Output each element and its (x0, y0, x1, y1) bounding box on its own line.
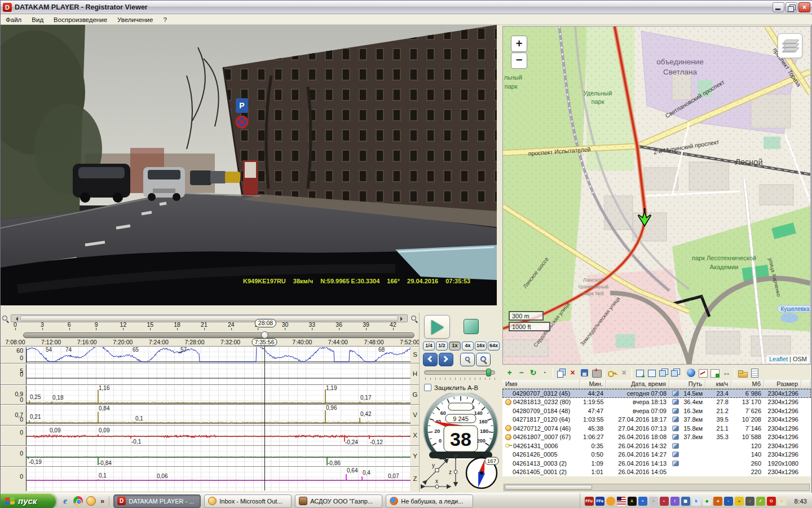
ring-icon[interactable]: ○ (649, 497, 658, 506)
column-header-3[interactable]: Путь (669, 380, 705, 388)
speed-1-2-button[interactable]: 1/2 (436, 341, 448, 351)
minimize-button[interactable] (773, 2, 784, 12)
select-copy-button[interactable] (670, 367, 681, 378)
timeline-zoom-in-icon[interactable] (411, 316, 416, 321)
dashcam-video[interactable]: P K949KE197RU 38км/ч N:59.9965 E:30.3304… (1, 25, 497, 305)
prev-file-button[interactable] (423, 353, 438, 366)
file-row-8[interactable]: 04261413_0003 (2)1:0926.04.2016 14:13260… (502, 459, 811, 468)
language-flag-icon[interactable] (617, 497, 626, 506)
delete-button[interactable]: × (567, 367, 578, 378)
graph-band-x[interactable]: 00,090,09-0,1-0,24-0,12X (1, 425, 419, 445)
select-multi-button[interactable] (658, 367, 669, 378)
speaker2-icon[interactable]: ○ (745, 497, 754, 506)
device-icon[interactable]: ▪ (660, 497, 669, 506)
graph-plot-Y[interactable] (26, 446, 410, 467)
loop-ab-checkbox[interactable] (424, 384, 431, 391)
next-file-button[interactable] (439, 353, 453, 366)
graph-zoom-in-button[interactable] (476, 353, 491, 366)
remove-button[interactable]: − (516, 367, 527, 378)
task-button-0[interactable]: DDATAKAM PLAYER - ... (113, 494, 201, 508)
file-table-hscrollbar[interactable] (504, 484, 810, 491)
volume-slider-thumb[interactable] (486, 369, 491, 376)
task-button-2[interactable]: АСДОУ ООО "Газпр... (295, 494, 382, 508)
clear-button[interactable]: × (619, 367, 629, 378)
resize-button[interactable]: ↔ (721, 367, 732, 378)
file-row-0[interactable]: 04290707_0312 (45)44:24сегодня 07:0814.5… (502, 389, 811, 398)
graph-plot-H[interactable] (26, 364, 410, 385)
frame-button[interactable] (709, 367, 720, 378)
graph-plot-V[interactable] (26, 405, 410, 426)
file-row-3[interactable]: 04271817_0120 (64)1:03:5527.04.2016 18:1… (502, 415, 811, 424)
speed-16x-button[interactable]: 16x (475, 341, 487, 351)
ie-icon[interactable]: e (60, 496, 70, 506)
select-new-button[interactable] (634, 367, 645, 378)
menu-item-2[interactable]: Воспроизведение (48, 16, 112, 23)
outlook-icon[interactable] (86, 496, 96, 506)
start-button[interactable]: пуск (1, 493, 56, 508)
map-zoom-out-button[interactable]: − (511, 52, 527, 69)
key-window-icon[interactable]: k (692, 497, 701, 506)
graph-band-z[interactable]: 00,10,060,640,40,07Z (1, 466, 419, 491)
pen-icon[interactable]: / (670, 497, 679, 506)
file-row-5[interactable]: 04261807_0007 (67)1:06:2726.04.2016 18:0… (502, 433, 811, 442)
graph-band-y[interactable]: 0-0,19-0,84-0,86Y (1, 445, 419, 466)
refresh-button[interactable]: ↻ (528, 367, 539, 378)
chip-icon[interactable]: ▪ (724, 497, 733, 506)
scroll-right-icon[interactable] (400, 317, 405, 321)
copy-button[interactable] (555, 367, 566, 378)
file-row-9[interactable]: 04261405_0001 (2)1:0126.04.2016 14:05220… (502, 468, 811, 477)
menu-item-4[interactable]: ? (158, 16, 171, 23)
text-a-icon[interactable]: A (628, 497, 637, 506)
file-table-hscrollbar-thumb[interactable] (505, 485, 592, 490)
column-header-4[interactable]: км/ч (705, 380, 731, 388)
restore-button[interactable] (785, 2, 797, 12)
task-button-3[interactable]: Не бабушка, а леди... (386, 494, 473, 508)
column-header-1[interactable]: Мин. (580, 380, 606, 388)
close-button[interactable]: × (798, 2, 810, 12)
speed-4x-button[interactable]: 4x (462, 341, 474, 351)
map-zoom-in-button[interactable]: + (511, 36, 527, 52)
file-row-1[interactable]: 04281813_0232 (80)1:19:55вчера 18:1336.4… (502, 398, 811, 407)
speed-1-4-button[interactable]: 1/4 (423, 341, 435, 351)
file-row-2[interactable]: 04280709_0184 (48)47:47вчера 07:0916.3км… (502, 406, 811, 415)
volume-slider[interactable] (424, 370, 495, 375)
column-header-2[interactable]: Дата, время (606, 380, 669, 388)
menu-item-1[interactable]: Вид (27, 16, 48, 23)
timeline-zoom-out-icon[interactable] (2, 316, 7, 321)
share-icon[interactable]: ≡ (638, 497, 647, 506)
folder-button[interactable] (737, 367, 748, 378)
column-header-5[interactable]: Мб (731, 380, 764, 388)
map-view[interactable]: объединениеСветланаУдельныйпаркльныйпарк… (502, 26, 811, 365)
graph-plot-G[interactable] (26, 386, 410, 405)
graph-band-g[interactable]: 0,900,250,181,161,190,17G (1, 384, 419, 404)
file-row-4[interactable]: 04270712_0074 (46)45:3827.04.2016 07:131… (502, 424, 811, 433)
badge-icon[interactable]: ● (735, 497, 744, 506)
file-row-7[interactable]: 04261426_00050:5026.04.2016 14:271402304… (502, 450, 811, 459)
more-button[interactable]: · (540, 367, 550, 378)
report-button[interactable] (749, 367, 760, 378)
column-header-6[interactable]: Размер (764, 380, 801, 388)
leaflet-link[interactable]: Leaflet (769, 356, 788, 362)
chrome-icon[interactable] (73, 496, 83, 506)
stop-button[interactable] (464, 319, 479, 334)
save-button[interactable] (579, 367, 590, 378)
menu-item-3[interactable]: Увеличение (112, 16, 158, 23)
speed-64x-button[interactable]: 64x (488, 341, 500, 351)
oracle-icon[interactable]: O (767, 497, 776, 506)
chart-button[interactable] (698, 367, 708, 378)
add-button[interactable]: + (504, 367, 515, 378)
ffa-icon[interactable]: FFa (595, 497, 604, 506)
key-button[interactable] (607, 367, 617, 378)
tool-icon[interactable]: ✓ (756, 497, 765, 506)
timeline-slider[interactable] (23, 332, 414, 338)
scroll-left-icon[interactable] (14, 317, 18, 321)
graph-band-v[interactable]: 0,700,210,840,10,960,42V (1, 404, 419, 425)
task-button-1[interactable]: Inbox - Microsoft Out... (204, 494, 292, 508)
timeline-scrollbar-thumb[interactable] (20, 316, 398, 321)
display-icon[interactable]: ▦ (681, 497, 690, 506)
file-row-6[interactable]: 04261431_00060:3526.04.2016 14:321202304… (502, 441, 811, 450)
map-layers-button[interactable] (778, 33, 802, 58)
speaker-icon[interactable]: ◄ (713, 497, 722, 506)
quick-launch-overflow-chevron[interactable]: » (100, 497, 104, 505)
graph-band-h[interactable]: 50H (1, 363, 419, 384)
